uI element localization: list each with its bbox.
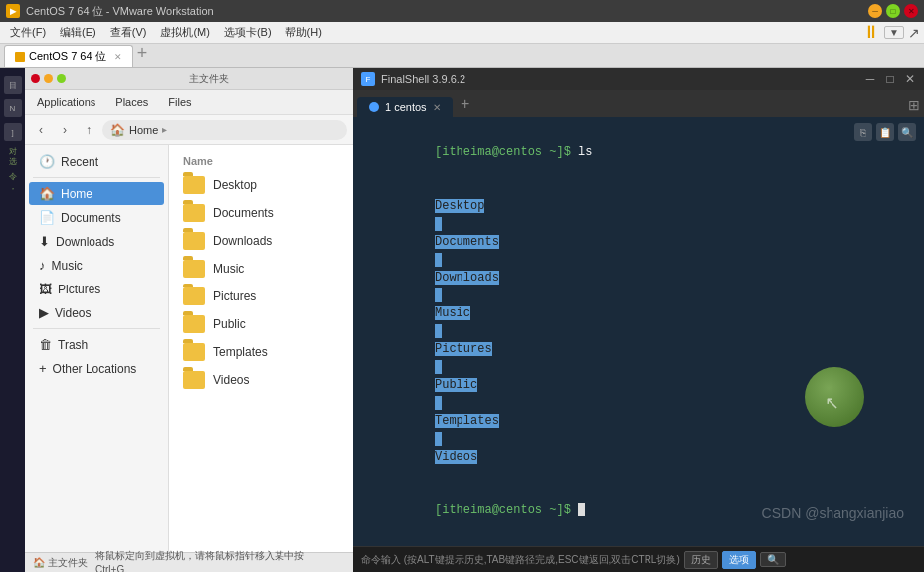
- vm-status-home: 🏠 主文件夹: [33, 556, 88, 570]
- list-item[interactable]: Music: [175, 255, 347, 283]
- list-item[interactable]: Public: [175, 310, 347, 338]
- home-nav-icon: 🏠: [39, 186, 55, 201]
- vmware-maximize-btn[interactable]: □: [886, 4, 900, 18]
- fs-maximize-btn[interactable]: □: [884, 73, 896, 85]
- vmware-close-btn[interactable]: ✕: [904, 4, 918, 18]
- fs-icon: F: [361, 72, 375, 86]
- fm-app-applications[interactable]: Applications: [33, 95, 99, 110]
- sidebar-label-recent: Recent: [61, 155, 98, 169]
- fs-tab-grid-icon[interactable]: ⊞: [908, 97, 920, 113]
- fm-max-dot[interactable]: [57, 74, 66, 83]
- file-manager: 主文件夹 Applications Places Files ‹ › ↑ 🏠 H…: [25, 68, 353, 572]
- fs-tab-add-btn[interactable]: +: [455, 94, 476, 115]
- fs-title: FinalShell 3.9.6.2: [381, 73, 858, 85]
- fs-history-btn[interactable]: 历史: [684, 551, 718, 569]
- vmware-tab-close-icon[interactable]: ✕: [114, 52, 122, 62]
- fm-filelist: Name Desktop Documents Downloads: [169, 145, 353, 552]
- fm-close-dot[interactable]: [31, 74, 40, 83]
- terminal-paste-btn[interactable]: 📋: [876, 123, 894, 141]
- menu-vm[interactable]: 虚拟机(M): [154, 23, 216, 42]
- fm-back-btn[interactable]: ‹: [31, 120, 51, 140]
- folder-icon: [183, 315, 205, 333]
- fm-breadcrumb-arrow: ▸: [162, 124, 167, 135]
- fs-bottombar: 命令输入 (按ALT键提示历史,TAB键路径完成,ESC键返回,双击CTRL切换…: [353, 546, 924, 572]
- vm-status-home-icon: 🏠: [33, 557, 45, 568]
- sidebar-label-downloads: Downloads: [56, 235, 114, 249]
- fm-toolbar: ‹ › ↑ 🏠 Home ▸: [25, 115, 353, 145]
- terminal-folder-videos: Videos: [435, 450, 477, 464]
- terminal-folder-public: Public: [435, 378, 477, 392]
- vmware-minimize-btn[interactable]: ─: [868, 4, 882, 18]
- sidebar-label-music: Music: [52, 259, 83, 273]
- fm-up-btn[interactable]: ↑: [79, 120, 98, 140]
- fm-sidebar: 🕐 Recent 🏠 Home 📄 Documents ⬇ Downlo: [25, 145, 169, 552]
- fm-appbar: Applications Places Files: [25, 90, 353, 115]
- sidebar-label-pictures: Pictures: [58, 283, 100, 296]
- other-locations-icon: +: [39, 361, 47, 376]
- terminal-prompt-3: [itheima@centos ~]$: [435, 503, 578, 517]
- terminal-prompt-1: [itheima@centos ~]$: [435, 145, 578, 159]
- left-strip: 目 N ] 对选 令，: [0, 68, 25, 572]
- sidebar-item-music[interactable]: ♪ Music: [29, 254, 164, 277]
- fs-window-controls: ─ □ ✕: [864, 73, 916, 85]
- vm-status: 🏠 主文件夹 将鼠标定向到虚拟机，请将鼠标指针移入某中按 Ctrl+G。: [25, 552, 353, 572]
- folder-icon: [183, 287, 205, 305]
- fm-app-files[interactable]: Files: [164, 95, 195, 110]
- fs-search-bottom-btn[interactable]: 🔍: [760, 552, 786, 567]
- terminal-panel: F FinalShell 3.9.6.2 ─ □ ✕ 1 centos ✕ + …: [353, 68, 924, 572]
- file-name-documents: Documents: [213, 206, 274, 220]
- list-item[interactable]: Templates: [175, 338, 347, 366]
- terminal-search-btn[interactable]: 🔍: [898, 123, 916, 141]
- vmware-window: ▶ CentOS 7 64 位 - VMware Workstation ─ □…: [0, 0, 924, 572]
- vmware-toolbar-pause-icon[interactable]: ⏸: [862, 22, 880, 43]
- vmware-toolbar-send-icon[interactable]: ↗: [908, 25, 920, 41]
- sidebar-item-trash[interactable]: 🗑 Trash: [29, 333, 164, 356]
- fs-tabbar: 1 centos ✕ + ⊞: [353, 90, 924, 117]
- music-icon: ♪: [39, 258, 46, 273]
- terminal-topright-controls: ⎘ 📋 🔍: [854, 123, 916, 141]
- fm-app-places[interactable]: Places: [111, 95, 152, 110]
- fs-minimize-btn[interactable]: ─: [864, 73, 876, 85]
- sidebar-item-recent[interactable]: 🕐 Recent: [29, 150, 164, 173]
- vm-status-home-text: 主文件夹: [48, 556, 88, 570]
- menu-tabs[interactable]: 选项卡(B): [218, 23, 277, 42]
- folder-icon: [183, 204, 205, 222]
- list-item[interactable]: Documents: [175, 199, 347, 227]
- fs-options-btn[interactable]: 选项: [722, 551, 756, 569]
- fm-min-dot[interactable]: [44, 74, 53, 83]
- fs-tab-close-icon[interactable]: ✕: [433, 102, 441, 113]
- folder-icon: [183, 260, 205, 278]
- sidebar-item-documents[interactable]: 📄 Documents: [29, 206, 164, 229]
- fm-breadcrumb: 🏠 Home ▸: [102, 120, 347, 140]
- left-strip-icon-3: ]: [4, 123, 22, 141]
- sidebar-item-downloads[interactable]: ⬇ Downloads: [29, 230, 164, 253]
- terminal-folder-templates: Templates: [435, 414, 499, 428]
- terminal-area[interactable]: ⎘ 📋 🔍 [itheima@centos ~]$ ls Desktop Doc…: [353, 117, 924, 546]
- fm-forward-btn[interactable]: ›: [55, 120, 75, 140]
- vmware-tab-centos[interactable]: CentOS 7 64 位 ✕: [4, 45, 133, 67]
- fs-tab-centos[interactable]: 1 centos ✕: [357, 97, 453, 117]
- sidebar-divider-1: [33, 177, 160, 178]
- list-item[interactable]: Videos: [175, 366, 347, 394]
- list-item[interactable]: Downloads: [175, 227, 347, 255]
- vmware-titlebar: ▶ CentOS 7 64 位 - VMware Workstation ─ □…: [0, 0, 924, 22]
- sidebar-item-other-locations[interactable]: + Other Locations: [29, 357, 164, 380]
- sidebar-item-home[interactable]: 🏠 Home: [29, 182, 164, 205]
- menu-view[interactable]: 查看(V): [104, 23, 153, 42]
- folder-icon: [183, 232, 205, 250]
- terminal-copy-btn[interactable]: ⎘: [854, 123, 872, 141]
- sidebar-item-pictures[interactable]: 🖼 Pictures: [29, 278, 164, 300]
- menu-help[interactable]: 帮助(H): [279, 23, 328, 42]
- list-item[interactable]: Desktop: [175, 171, 347, 199]
- list-item[interactable]: Pictures: [175, 283, 347, 310]
- menu-file[interactable]: 文件(F): [4, 23, 52, 42]
- menu-edit[interactable]: 编辑(E): [54, 23, 102, 42]
- sidebar-item-videos[interactable]: ▶ Videos: [29, 301, 164, 324]
- recent-icon: 🕐: [39, 154, 55, 169]
- fs-close-btn[interactable]: ✕: [904, 73, 916, 85]
- vmware-new-tab-btn[interactable]: +: [137, 43, 148, 67]
- vmware-toolbar-btn[interactable]: ▼: [884, 26, 904, 39]
- terminal-cursor: [578, 503, 585, 516]
- terminal-folder-pictures: Pictures: [435, 342, 492, 356]
- pictures-icon: 🖼: [39, 282, 52, 296]
